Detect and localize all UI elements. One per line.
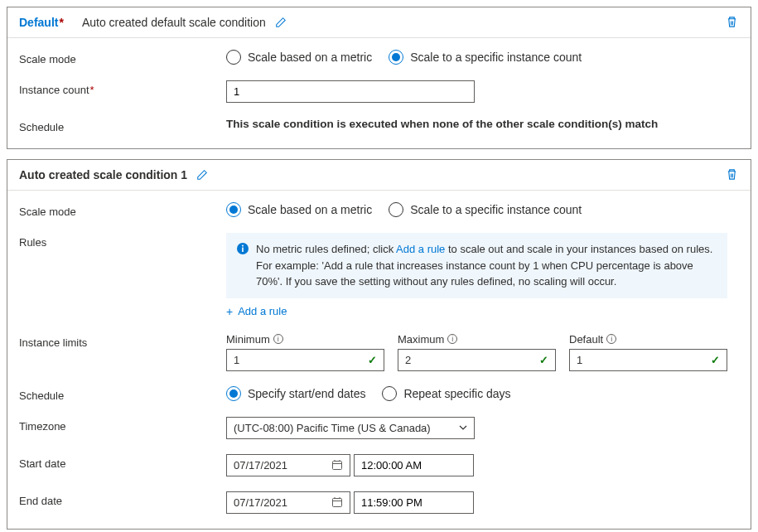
- condition-title: Default*: [19, 16, 64, 29]
- radio-icon: [389, 202, 403, 217]
- svg-rect-1: [242, 248, 244, 253]
- delete-icon[interactable]: [726, 168, 739, 181]
- end-date-control: 07/17/2021: [226, 491, 739, 514]
- info-text: No metric rules defined; click Add a rul…: [256, 241, 717, 290]
- default-col: Default i 1 ✓: [569, 333, 727, 371]
- radio-label: Specify start/end dates: [248, 387, 365, 400]
- calendar-icon: [331, 459, 343, 471]
- default-label: Default i: [569, 333, 727, 346]
- timezone-label: Timezone: [19, 417, 226, 433]
- card-header: Default* Auto created default scale cond…: [7, 7, 751, 38]
- schedule-row: Schedule This scale condition is execute…: [19, 118, 739, 133]
- card-header: Auto created scale condition 1: [7, 160, 751, 191]
- edit-icon[interactable]: [196, 168, 209, 181]
- radio-label: Scale based on a metric: [248, 203, 372, 216]
- minimum-col: Minimum i 1 ✓: [226, 333, 384, 371]
- radio-scale-metric[interactable]: Scale based on a metric: [226, 202, 372, 217]
- start-time-input[interactable]: [354, 454, 474, 476]
- radio-scale-metric[interactable]: Scale based on a metric: [226, 50, 372, 65]
- radio-icon: [382, 386, 397, 401]
- end-date-row: End date 07/17/2021: [19, 491, 739, 514]
- start-date-control: 07/17/2021: [226, 454, 739, 476]
- maximum-input[interactable]: 2 ✓: [398, 349, 556, 371]
- rules-row: Rules No metric rules defined; click Add…: [19, 233, 739, 318]
- minimum-input[interactable]: 1 ✓: [226, 349, 384, 371]
- condition-title: Auto created scale condition 1: [19, 168, 187, 181]
- scale-condition-1-card: Auto created scale condition 1 Scale mod…: [7, 159, 751, 530]
- radio-label: Scale to a specific instance count: [410, 51, 582, 64]
- scale-mode-label: Scale mode: [19, 202, 226, 218]
- default-input[interactable]: 1 ✓: [569, 349, 727, 371]
- help-icon[interactable]: i: [606, 334, 616, 344]
- instance-count-row: Instance count*: [19, 80, 739, 103]
- start-date-input[interactable]: 07/17/2021: [226, 454, 350, 476]
- radio-scale-specific[interactable]: Scale to a specific instance count: [389, 202, 582, 217]
- schedule-text: This scale condition is executed when no…: [226, 118, 658, 130]
- instance-count-control: [226, 80, 739, 103]
- radio-icon: [226, 386, 241, 401]
- radio-label: Scale to a specific instance count: [410, 203, 582, 216]
- card-body: Scale mode Scale based on a metric Scale…: [7, 38, 751, 148]
- instance-count-label: Instance count*: [19, 80, 226, 96]
- timezone-value: (UTC-08:00) Pacific Time (US & Canada): [234, 422, 431, 434]
- instance-limits-label: Instance limits: [19, 333, 226, 349]
- end-time-input[interactable]: [354, 491, 474, 514]
- radio-icon: [389, 50, 403, 65]
- instance-limits-control: Minimum i 1 ✓ Maximum i: [226, 333, 739, 371]
- schedule-type-row: Schedule Specify start/end dates Repeat …: [19, 386, 739, 402]
- rules-info-box: No metric rules defined; click Add a rul…: [226, 233, 727, 298]
- info-icon: [236, 242, 249, 255]
- start-date-label: Start date: [19, 454, 226, 470]
- rules-control: No metric rules defined; click Add a rul…: [226, 233, 739, 318]
- scale-mode-options: Scale based on a metric Scale to a speci…: [226, 50, 739, 65]
- calendar-icon: [331, 496, 343, 508]
- schedule-label: Schedule: [19, 118, 226, 133]
- minimum-label: Minimum i: [226, 333, 384, 346]
- radio-icon: [226, 202, 241, 217]
- condition-desc: Auto created default scale condition: [82, 16, 266, 29]
- radio-label: Scale based on a metric: [248, 51, 372, 64]
- scale-mode-options: Scale based on a metric Scale to a speci…: [226, 202, 739, 217]
- start-date-row: Start date 07/17/2021: [19, 454, 739, 476]
- rules-label: Rules: [19, 233, 226, 249]
- timezone-select[interactable]: (UTC-08:00) Pacific Time (US & Canada): [226, 417, 475, 439]
- schedule-options: Specify start/end dates Repeat specific …: [226, 386, 739, 401]
- instance-count-input[interactable]: [226, 80, 475, 103]
- default-scale-condition-card: Default* Auto created default scale cond…: [7, 7, 751, 149]
- timezone-row: Timezone (UTC-08:00) Pacific Time (US & …: [19, 417, 739, 439]
- radio-scale-specific[interactable]: Scale to a specific instance count: [389, 50, 582, 65]
- edit-icon[interactable]: [274, 16, 287, 29]
- svg-rect-3: [333, 462, 342, 470]
- plus-icon: +: [226, 305, 233, 318]
- end-date-label: End date: [19, 491, 226, 507]
- radio-specify-dates[interactable]: Specify start/end dates: [226, 386, 365, 401]
- radio-label: Repeat specific days: [403, 387, 510, 400]
- check-icon: ✓: [711, 354, 720, 366]
- radio-repeat-days[interactable]: Repeat specific days: [382, 386, 510, 401]
- check-icon: ✓: [368, 354, 377, 366]
- help-icon[interactable]: i: [447, 334, 457, 344]
- timezone-control: (UTC-08:00) Pacific Time (US & Canada): [226, 417, 739, 439]
- svg-rect-4: [333, 499, 342, 507]
- scale-mode-row: Scale mode Scale based on a metric Scale…: [19, 50, 739, 65]
- schedule-label: Schedule: [19, 386, 226, 402]
- end-date-input[interactable]: 07/17/2021: [226, 491, 350, 514]
- check-icon: ✓: [539, 354, 548, 366]
- radio-icon: [226, 50, 241, 65]
- chevron-down-icon: [459, 425, 467, 430]
- schedule-control: This scale condition is executed when no…: [226, 118, 739, 130]
- instance-limits-row: Instance limits Minimum i 1 ✓: [19, 333, 739, 371]
- help-icon[interactable]: i: [273, 334, 283, 344]
- maximum-label: Maximum i: [398, 333, 556, 346]
- delete-icon[interactable]: [726, 16, 739, 29]
- card-body: Scale mode Scale based on a metric Scale…: [7, 191, 751, 529]
- maximum-col: Maximum i 2 ✓: [398, 333, 556, 371]
- add-rule-button[interactable]: + Add a rule: [226, 305, 739, 318]
- add-rule-link-inline[interactable]: Add a rule: [396, 243, 445, 255]
- scale-mode-label: Scale mode: [19, 50, 226, 65]
- svg-point-2: [242, 245, 244, 247]
- add-rule-label: Add a rule: [238, 305, 287, 317]
- scale-mode-row: Scale mode Scale based on a metric Scale…: [19, 202, 739, 218]
